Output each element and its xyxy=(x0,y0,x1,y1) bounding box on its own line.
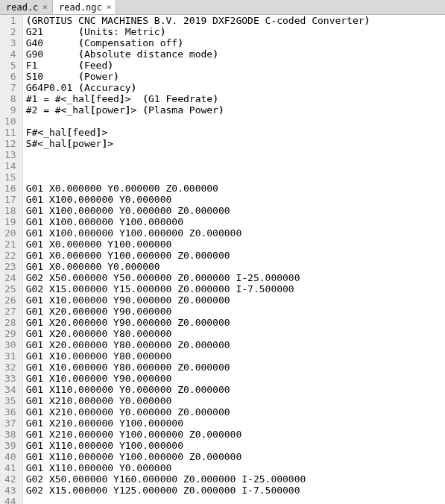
code-line: F1 (Feed) xyxy=(26,60,442,71)
code-line: G01 X110.000000 Y0.000000 xyxy=(26,462,442,473)
tab-label: read.c xyxy=(6,2,38,13)
code-line: G01 X0.000000 Y0.000000 Z0.000000 xyxy=(26,183,442,194)
tab-label: read.ngc xyxy=(59,2,102,13)
code-line xyxy=(26,149,442,160)
close-icon[interactable]: × xyxy=(42,3,48,11)
code-line: G01 X210.000000 Y0.000000 xyxy=(26,395,442,406)
code-line: G21 (Units: Metric) xyxy=(26,26,442,37)
code-line: S#<_hal[power]> xyxy=(26,138,442,149)
code-line: G01 X10.000000 Y80.000000 Z0.000000 xyxy=(26,362,442,373)
code-line: G01 X20.000000 Y90.000000 xyxy=(26,306,442,317)
code-line: G90 (Absolute distance mode) xyxy=(26,48,442,60)
editor: 1 2 3 4 5 6 7 8 9 10 11 12 13 14 15 16 1… xyxy=(0,15,445,504)
code-line: G01 X110.000000 Y100.000000 Z0.000000 xyxy=(26,451,442,462)
tab-bar: read.c × read.ngc × xyxy=(0,0,445,15)
code-line: G01 X10.000000 Y80.000000 xyxy=(26,350,442,362)
code-line: G01 X210.000000 Y100.000000 Z0.000000 xyxy=(26,429,442,440)
code-line: #1 = #<_hal[feed]> (G1 Feedrate) xyxy=(26,93,442,104)
code-line xyxy=(26,171,442,183)
code-line: G01 X210.000000 Y100.000000 xyxy=(26,418,442,429)
code-line: G01 X100.000000 Y100.000000 xyxy=(26,216,442,227)
code-line: G01 X0.000000 Y0.000000 xyxy=(26,261,442,272)
code-line: G02 X15.000000 Y15.000000 Z0.000000 I-7.… xyxy=(26,283,442,294)
code-line: G40 (Compensation off) xyxy=(26,37,442,48)
code-line xyxy=(26,160,442,171)
line-number-gutter: 1 2 3 4 5 6 7 8 9 10 11 12 13 14 15 16 1… xyxy=(0,15,23,504)
code-line: G02 X15.000000 Y125.000000 Z0.000000 I-7… xyxy=(26,485,442,496)
code-line: G01 X100.000000 Y0.000000 xyxy=(26,194,442,205)
tab-read-c[interactable]: read.c × xyxy=(0,0,53,14)
code-area[interactable]: (GROTIUS CNC MACHINES B.V. 2019 DXF2GODE… xyxy=(23,15,445,504)
code-line: G01 X20.000000 Y90.000000 Z0.000000 xyxy=(26,317,442,328)
code-line: G01 X0.000000 Y100.000000 Z0.000000 xyxy=(26,250,442,261)
code-line: G01 X210.000000 Y0.000000 Z0.000000 xyxy=(26,406,442,418)
code-line: G01 X100.000000 Y100.000000 Z0.000000 xyxy=(26,227,442,239)
code-line: G01 X110.000000 Y0.000000 Z0.000000 xyxy=(26,384,442,395)
code-line: G01 X100.000000 Y0.000000 Z0.000000 xyxy=(26,205,442,216)
code-line: G64P0.01 (Accuracy) xyxy=(26,82,442,93)
close-icon[interactable]: × xyxy=(107,3,112,11)
code-line: G01 X20.000000 Y80.000000 Z0.000000 xyxy=(26,339,442,350)
code-line: G02 X50.000000 Y160.000000 Z0.000000 I-2… xyxy=(26,473,442,485)
code-line: F#<_hal[feed]> xyxy=(26,127,442,138)
code-line: G01 X20.000000 Y80.000000 xyxy=(26,328,442,339)
code-line: S10 (Power) xyxy=(26,71,442,82)
tab-read-ngc[interactable]: read.ngc × xyxy=(53,0,116,14)
code-line: G01 X10.000000 Y90.000000 xyxy=(26,373,442,384)
code-line: G02 X50.000000 Y50.000000 Z0.000000 I-25… xyxy=(26,272,442,283)
code-line: G01 X10.000000 Y90.000000 Z0.000000 xyxy=(26,294,442,306)
code-line: G01 X110.000000 Y100.000000 xyxy=(26,440,442,451)
code-line: G01 X0.000000 Y100.000000 xyxy=(26,239,442,250)
code-line xyxy=(26,116,442,127)
code-line: (GROTIUS CNC MACHINES B.V. 2019 DXF2GODE… xyxy=(26,15,442,26)
code-line: #2 = #<_hal[power]> (Plasma Power) xyxy=(26,104,442,116)
